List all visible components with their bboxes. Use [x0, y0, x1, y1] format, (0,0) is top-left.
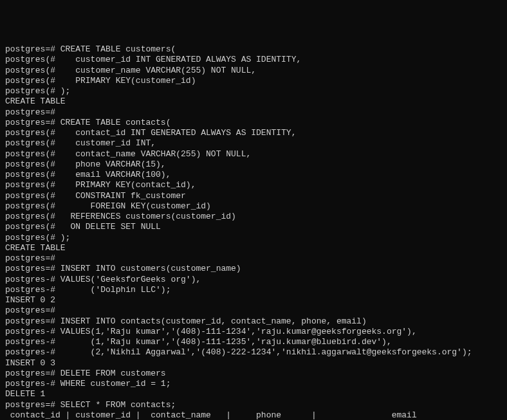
terminal-line: postgres=# INSERT INTO contacts(customer…: [5, 316, 502, 327]
terminal-output[interactable]: postgres=# CREATE TABLE customers(postgr…: [5, 44, 502, 420]
terminal-line: postgres(# ON DELETE SET NULL: [5, 222, 502, 232]
terminal-line: postgres=#: [5, 253, 502, 264]
terminal-line: postgres=# CREATE TABLE customers(: [5, 44, 502, 55]
terminal-line: CREATE TABLE: [5, 96, 502, 107]
terminal-line: postgres(# email VARCHAR(100),: [5, 170, 502, 180]
terminal-line: postgres(# contact_id INT GENERATED ALWA…: [5, 128, 502, 138]
terminal-line: postgres(# customer_name VARCHAR(255) NO…: [5, 66, 502, 76]
terminal-line: postgres(# contact_name VARCHAR(255) NOT…: [5, 149, 502, 160]
terminal-line: postgres=#: [5, 306, 502, 316]
terminal-line: postgres(# );: [5, 86, 502, 96]
terminal-line: DELETE 1: [5, 389, 502, 399]
terminal-line: postgres(# REFERENCES customers(customer…: [5, 212, 502, 222]
terminal-line: INSERT 0 2: [5, 295, 502, 306]
terminal-line: postgres=# DELETE FROM customers: [5, 369, 502, 379]
terminal-line: postgres(# customer_id INT GENERATED ALW…: [5, 55, 502, 65]
terminal-line: postgres-# VALUES('GeeksforGeeks org'),: [5, 275, 502, 285]
terminal-line: postgres(# FOREIGN KEY(customer_id): [5, 201, 502, 212]
terminal-line: CREATE TABLE: [5, 243, 502, 253]
terminal-line: postgres-# (2,'Nikhil Aggarwal','(408)-2…: [5, 347, 502, 358]
terminal-line: postgres=# INSERT INTO customers(custome…: [5, 264, 502, 274]
terminal-line: postgres-# ('Dolphin LLC');: [5, 285, 502, 295]
terminal-line: postgres(# CONSTRAINT fk_customer: [5, 191, 502, 201]
terminal-line: contact_id | customer_id | contact_name …: [5, 410, 502, 420]
terminal-line: postgres-# VALUES(1,'Raju kumar','(408)-…: [5, 327, 502, 337]
terminal-line: postgres=# CREATE TABLE contacts(: [5, 118, 502, 128]
terminal-line: postgres=# SELECT * FROM contacts;: [5, 400, 502, 410]
terminal-line: postgres(# phone VARCHAR(15),: [5, 160, 502, 170]
terminal-line: postgres(# );: [5, 233, 502, 243]
terminal-line: INSERT 0 3: [5, 358, 502, 369]
terminal-line: postgres-# WHERE customer_id = 1;: [5, 379, 502, 389]
terminal-line: postgres-# (1,'Raju kumar','(408)-111-12…: [5, 337, 502, 347]
terminal-line: postgres(# PRIMARY KEY(contact_id),: [5, 180, 502, 190]
terminal-line: postgres=#: [5, 107, 502, 118]
terminal-line: postgres(# PRIMARY KEY(customer_id): [5, 76, 502, 86]
terminal-line: postgres(# customer_id INT,: [5, 138, 502, 149]
